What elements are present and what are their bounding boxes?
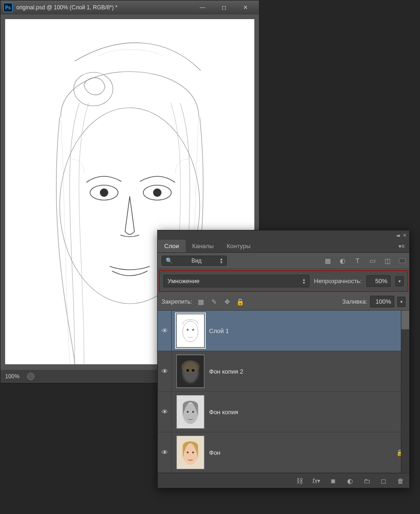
svg-point-19 [192, 411, 194, 413]
chevron-updown-icon: ▴▾ [220, 257, 223, 264]
layer-name[interactable]: Фон [209, 449, 396, 456]
svg-point-15 [192, 369, 195, 372]
layer-name[interactable]: Фон копия [209, 409, 409, 416]
collapse-icon[interactable]: ◂◂ [396, 233, 399, 238]
panel-header[interactable]: ◂◂ ✕ [158, 230, 409, 240]
layer-row[interactable]: 👁 Фон копия [158, 392, 409, 432]
tab-paths[interactable]: Контуры [220, 240, 257, 252]
blend-mode-value: Умножение [168, 278, 199, 285]
layer-filter-kind[interactable]: 🔍 Вид ▴▾ [161, 256, 227, 266]
lock-row: Закрепить: ▩ ✎ ✥ 🔒 Заливка: 100% ▾ [158, 293, 409, 311]
panel-tabs: Слои Каналы Контуры ▾≡ [158, 240, 409, 253]
opacity-dropdown[interactable]: ▾ [395, 276, 404, 286]
maximize-icon: ◻ [222, 4, 226, 11]
layer-mask-icon[interactable]: ◙ [329, 477, 337, 485]
layer-thumbnail[interactable] [176, 436, 204, 469]
link-layers-icon[interactable]: ⛓ [295, 477, 304, 485]
filter-shape-icon[interactable]: ▭ [368, 257, 377, 265]
filter-kind-label: Вид [191, 257, 202, 264]
lock-pixels-icon[interactable]: ✎ [210, 298, 218, 306]
status-icon[interactable] [27, 373, 35, 380]
visibility-toggle[interactable]: 👁 [158, 311, 172, 351]
panel-close-icon[interactable]: ✕ [403, 233, 406, 238]
visibility-toggle[interactable]: 👁 [158, 432, 172, 472]
minimize-icon: — [200, 4, 205, 11]
visibility-toggle[interactable]: 👁 [158, 392, 172, 432]
eye-icon: 👁 [161, 368, 168, 375]
layer-thumbnail[interactable] [176, 354, 204, 388]
svg-point-14 [186, 369, 189, 372]
zoom-level[interactable]: 100% [5, 373, 20, 380]
new-layer-icon[interactable]: ◻ [379, 477, 388, 485]
adjustment-layer-icon[interactable]: ◐ [346, 477, 354, 485]
tab-layers[interactable]: Слои [158, 240, 186, 252]
app-icon: Ps [3, 3, 13, 12]
lock-position-icon[interactable]: ✥ [223, 298, 231, 306]
fill-value[interactable]: 100% [370, 296, 394, 307]
search-icon: 🔍 [166, 257, 173, 264]
layer-row[interactable]: 👁 Фон 🔒 [158, 432, 409, 473]
filter-row: 🔍 Вид ▴▾ ▦ ◐ T ▭ ◫ [158, 253, 409, 269]
minimize-button[interactable]: — [192, 2, 213, 13]
layer-thumbnail[interactable] [176, 314, 204, 347]
fill-dropdown[interactable]: ▾ [397, 297, 406, 307]
svg-point-23 [192, 451, 194, 453]
opacity-label[interactable]: Непрозрачность: [314, 278, 362, 285]
layer-row[interactable]: 👁 Фон копия 2 [158, 351, 409, 392]
layer-group-icon[interactable]: 🗀 [363, 477, 371, 485]
layer-effects-icon[interactable]: fx▾ [312, 477, 321, 485]
chevron-updown-icon: ▴▾ [303, 278, 305, 285]
svg-point-18 [187, 411, 189, 413]
filter-pixel-icon[interactable]: ▦ [323, 257, 332, 265]
svg-point-5 [100, 188, 108, 197]
eye-icon: 👁 [161, 449, 168, 456]
panel-menu-icon[interactable]: ▾≡ [394, 243, 409, 250]
layers-list: 👁 Слой 1 👁 Фон копия 2 👁 Фон копия 👁 [158, 311, 409, 473]
maximize-button[interactable]: ◻ [213, 2, 235, 13]
panel-footer: ⛓ fx▾ ◙ ◐ 🗀 ◻ 🗑 [158, 473, 409, 488]
visibility-toggle[interactable]: 👁 [158, 351, 172, 391]
document-titlebar[interactable]: Ps original.psd @ 100% (Слой 1, RGB/8*) … [0, 0, 259, 14]
filter-adjustment-icon[interactable]: ◐ [338, 257, 347, 265]
close-button[interactable]: ✕ [235, 2, 256, 13]
blend-mode-select[interactable]: Умножение ▴▾ [163, 275, 309, 287]
filter-toggle[interactable] [399, 258, 406, 263]
lock-all-icon[interactable]: 🔒 [236, 298, 245, 306]
filter-smart-icon[interactable]: ◫ [383, 257, 392, 265]
layer-row[interactable]: 👁 Слой 1 [158, 311, 409, 351]
layer-name[interactable]: Слой 1 [209, 327, 409, 334]
layer-name[interactable]: Фон копия 2 [209, 368, 409, 375]
eye-icon: 👁 [161, 408, 168, 416]
layer-thumbnail[interactable] [176, 395, 204, 429]
tab-channels[interactable]: Каналы [186, 240, 220, 252]
layers-scrollbar[interactable] [401, 311, 409, 473]
filter-type-icon[interactable]: T [353, 257, 362, 265]
filter-icons: ▦ ◐ T ▭ ◫ [323, 257, 392, 265]
scrollbar-thumb[interactable] [401, 311, 409, 329]
svg-point-13 [182, 361, 200, 373]
fill-label[interactable]: Заливка: [342, 298, 367, 305]
document-title: original.psd @ 100% (Слой 1, RGB/8*) * [16, 4, 118, 11]
blend-row: Умножение ▴▾ Непрозрачность: 50% ▾ [159, 270, 408, 292]
lock-transparency-icon[interactable]: ▩ [197, 298, 205, 306]
svg-point-10 [192, 329, 194, 331]
eye-icon: 👁 [161, 327, 168, 334]
svg-point-22 [187, 451, 189, 453]
lock-label: Закрепить: [161, 298, 192, 305]
delete-layer-icon[interactable]: 🗑 [396, 477, 405, 485]
svg-point-9 [187, 329, 189, 331]
svg-point-6 [153, 188, 161, 197]
layers-panel: ◂◂ ✕ Слои Каналы Контуры ▾≡ 🔍 Вид ▴▾ ▦ ◐… [157, 230, 410, 488]
opacity-value[interactable]: 50% [366, 275, 391, 287]
close-icon: ✕ [243, 4, 248, 11]
